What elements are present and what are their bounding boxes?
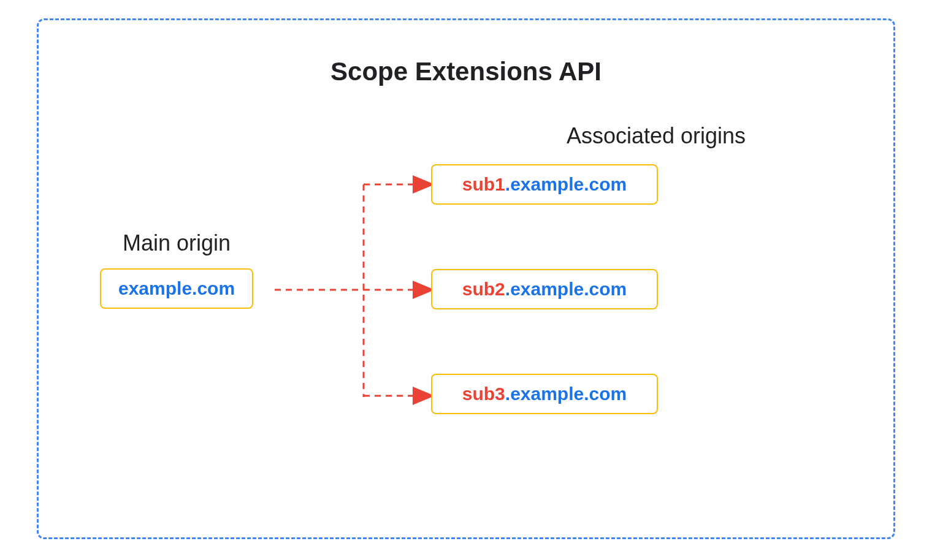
connection-arrows [259, 160, 449, 503]
subdomain-prefix: sub1 [462, 174, 505, 194]
main-origin-box: example.com [100, 268, 253, 309]
main-origin-section: Main origin example.com [100, 230, 253, 309]
domain-suffix: .example.com [505, 384, 627, 404]
domain-suffix: .example.com [505, 174, 627, 194]
main-origin-label: Main origin [100, 230, 253, 256]
diagram-title: Scope Extensions API [63, 57, 869, 86]
associated-origins-label: Associated origins [443, 123, 869, 149]
domain-suffix: .example.com [505, 279, 627, 299]
associated-origins-section: Associated origins sub1.example.com sub2… [431, 123, 869, 479]
associated-origin-box-2: sub2.example.com [431, 269, 658, 309]
associated-origin-box-3: sub3.example.com [431, 374, 658, 414]
associated-origin-box-1: sub1.example.com [431, 164, 658, 205]
subdomain-prefix: sub3 [462, 384, 505, 404]
scope-extensions-container: Scope Extensions API Main origin example… [37, 18, 895, 539]
diagram-area: Main origin example.com Associated origi… [63, 123, 869, 503]
subdomain-prefix: sub2 [462, 279, 505, 299]
